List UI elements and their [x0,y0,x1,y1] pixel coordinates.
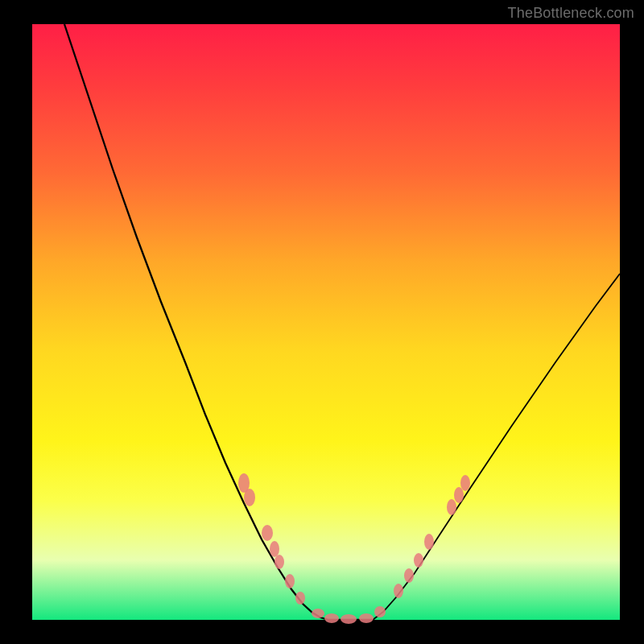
watermark-text: TheBottleneck.com [508,5,634,22]
data-marker [275,555,284,569]
curve-right [373,274,620,620]
data-marker [414,553,423,568]
plot-area [32,24,620,620]
data-marker [295,592,305,605]
data-marker [341,614,357,624]
curve-left [64,24,328,620]
data-marker [312,609,324,618]
data-marker [424,534,434,550]
data-marker [270,541,279,557]
data-marker [359,613,374,623]
data-marker [447,499,456,515]
data-marker [285,574,295,588]
data-marker [454,487,464,503]
markers-group [238,473,470,624]
data-marker [262,525,273,541]
data-marker [404,568,414,583]
data-marker [324,613,339,623]
data-marker [374,606,386,617]
chart-frame: TheBottleneck.com [0,0,644,644]
data-marker [460,475,470,491]
data-marker [394,584,403,598]
chart-svg [32,24,620,620]
data-marker [244,489,255,506]
